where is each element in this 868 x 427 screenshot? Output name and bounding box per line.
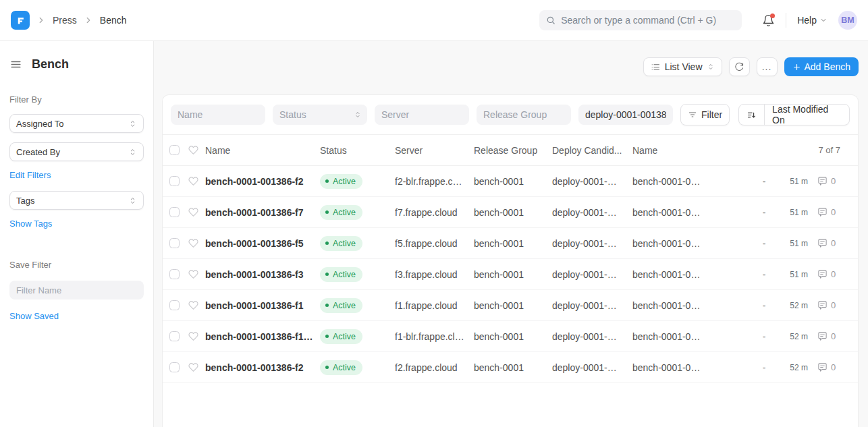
favorite-heart-icon[interactable] [188,238,205,248]
row-checkbox[interactable] [169,207,180,217]
notifications-button[interactable] [762,14,775,27]
navbar-right-cluster: Help BM [762,11,857,30]
row-checkbox[interactable] [169,238,180,248]
comments-cell[interactable]: 0 [808,362,847,372]
sidebar-toggle-button[interactable] [9,58,22,71]
server-cell: f5.frappe.cloud [395,238,474,249]
frappe-logo[interactable] [11,11,30,30]
favorite-heart-icon[interactable] [188,269,205,279]
chevron-right-icon [84,16,93,25]
bench-name[interactable]: bench-0001-001386-f1… [205,331,320,342]
tags-select[interactable]: Tags [9,191,144,210]
status-dot-icon [325,273,329,276]
favorite-heart-icon[interactable] [188,176,205,186]
deploy-candidate-cell: deploy-0001-… [552,269,632,280]
release-group-filter-input[interactable] [477,105,571,125]
name2-cell: bench-0001-0… [632,176,754,187]
assigned-to-select[interactable]: Assigned To [9,114,144,133]
list-view-icon [651,62,661,72]
status-dot-icon [325,304,329,307]
bench-name[interactable]: bench-0001-001386-f3 [205,269,320,280]
table-row[interactable]: bench-0001-001386-f1 Active f1.frappe.cl… [163,290,858,321]
show-tags-link[interactable]: Show Tags [9,219,52,229]
favorite-heart-icon[interactable] [188,331,205,341]
last-modified-cell: 51 m [790,177,808,186]
comment-icon [817,207,828,217]
filter-button[interactable]: Filter [680,104,730,125]
table-row[interactable]: bench-0001-001386-f7 Active f7.frappe.cl… [163,197,858,228]
more-options-button[interactable]: ... [757,57,778,76]
table-row[interactable]: bench-0001-001386-f1… Active f1-blr.frap… [163,321,858,352]
comments-cell[interactable]: 0 [808,207,847,217]
status-dot-icon [325,210,329,214]
row-checkbox[interactable] [169,331,180,341]
comments-cell[interactable]: 0 [808,331,847,341]
filter-name-input[interactable] [9,281,144,300]
status-dot-icon [325,241,329,245]
server-cell: f2.frappe.cloud [395,362,474,373]
show-saved-link[interactable]: Show Saved [9,311,59,321]
sort-button[interactable]: Last Modified On [738,104,850,125]
server-cell: f3.frappe.cloud [395,269,474,280]
row-checkbox[interactable] [169,269,180,279]
view-selector-button[interactable]: List View [643,57,722,76]
table-row[interactable]: bench-0001-001386-f3 Active f3.frappe.cl… [163,259,858,290]
bench-name[interactable]: bench-0001-001386-f5 [205,238,320,249]
server-filter-input[interactable] [375,105,469,125]
server-cell: f2-blr.frappe.c… [395,176,474,187]
deploy-candidate-cell: deploy-0001-… [552,331,632,342]
add-bench-button[interactable]: Add Bench [784,57,859,76]
created-by-select[interactable]: Created By [9,142,144,161]
command-search[interactable] [539,10,742,30]
favorite-heart-icon[interactable] [188,300,205,310]
table-row[interactable]: bench-0001-001386-f2 Active f2-blr.frapp… [163,166,858,197]
bench-rows: bench-0001-001386-f2 Active f2-blr.frapp… [163,166,858,383]
status-badge: Active [320,298,362,313]
row-checkbox[interactable] [169,300,180,310]
filter-sidebar: Bench Filter By Assigned To Created By E… [0,41,154,427]
select-all-checkbox[interactable] [169,145,180,155]
favorite-heart-icon[interactable] [188,207,205,217]
bench-name[interactable]: bench-0001-001386-f7 [205,207,320,218]
name-filter-input[interactable] [171,105,265,125]
help-label: Help [797,15,817,26]
top-navbar: Press Bench Help BM [0,0,868,41]
table-row[interactable]: bench-0001-001386-f5 Active f5.frappe.cl… [163,228,858,259]
assignee-dash-cell: - [763,362,766,373]
ellipsis-icon: ... [762,61,772,72]
status-filter-select[interactable] [273,105,367,125]
edit-filters-link[interactable]: Edit Filters [9,170,51,180]
help-menu[interactable]: Help [797,15,828,26]
comment-count: 0 [831,331,836,341]
bench-name[interactable]: bench-0001-001386-f2 [205,176,320,187]
comments-cell[interactable]: 0 [808,300,847,310]
table-row[interactable]: bench-0001-001386-f2 Active f2.frappe.cl… [163,352,858,383]
hamburger-icon [9,58,22,71]
comments-cell[interactable]: 0 [808,176,847,186]
created-by-label: Created By [16,147,60,157]
filter-by-label: Filter By [9,94,144,105]
bench-name[interactable]: bench-0001-001386-f2 [205,362,320,373]
comment-icon [817,238,828,248]
assignee-dash-cell: - [763,300,766,311]
status-cell: Active [320,174,395,189]
refresh-button[interactable] [729,57,750,76]
comments-cell[interactable]: 0 [808,238,847,248]
comment-count: 0 [831,362,836,372]
row-checkbox[interactable] [169,362,180,372]
favorite-heart-icon[interactable] [188,362,205,372]
user-avatar[interactable]: BM [838,11,857,30]
bench-name[interactable]: bench-0001-001386-f1 [205,300,320,311]
breadcrumb-press[interactable]: Press [53,15,77,26]
chevron-right-icon [36,16,46,25]
view-selector-label: List View [665,61,703,72]
name2-cell: bench-0001-0… [632,269,754,280]
search-input[interactable] [561,15,735,26]
row-checkbox[interactable] [169,176,180,186]
assignee-dash-cell: - [763,331,766,342]
deploy-candidate-filter-input[interactable] [578,105,673,125]
status-cell: Active [320,329,395,344]
server-cell: f1-blr.frappe.cl… [395,331,474,342]
comments-cell[interactable]: 0 [808,269,847,279]
breadcrumb-bench[interactable]: Bench [100,15,127,26]
